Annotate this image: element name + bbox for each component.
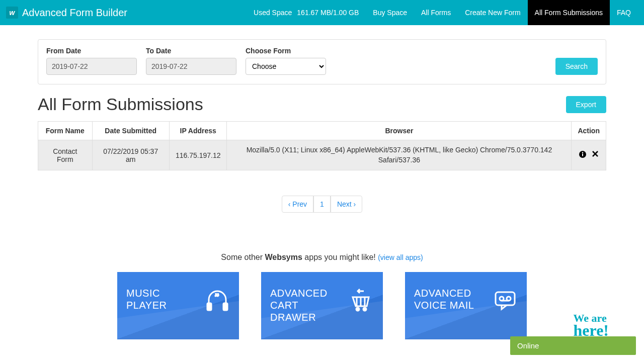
svg-rect-6	[223, 303, 227, 310]
nav-all-forms[interactable]: All Forms	[414, 0, 458, 25]
promo-card-music-player[interactable]: MUSICPLAYER ♪♪	[117, 272, 239, 339]
choose-form-select[interactable]: Choose	[246, 58, 326, 75]
cart-icon	[349, 287, 374, 312]
svg-rect-5	[207, 303, 211, 310]
svg-rect-13	[496, 292, 515, 305]
top-nav: w Advanced Form Builder Used Space 161.6…	[0, 0, 644, 25]
cell-browser: Mozilla/5.0 (X11; Linux x86_64) AppleWeb…	[227, 140, 572, 170]
page-1-button[interactable]: 1	[313, 196, 331, 213]
nav-create-new-form[interactable]: Create New Form	[458, 0, 527, 25]
svg-text:♪♪: ♪♪	[215, 293, 219, 297]
col-ip: IP Address	[169, 122, 227, 140]
col-action: Action	[572, 122, 606, 140]
choose-form-label: Choose Form	[246, 47, 326, 55]
search-button[interactable]: Search	[555, 58, 598, 75]
headphones-icon: ♪♪	[205, 287, 230, 312]
svg-rect-2	[582, 153, 583, 156]
from-date-label: From Date	[46, 47, 137, 55]
used-space-value: 161.67 MB/1.00 GB	[292, 9, 359, 17]
col-form-name: Form Name	[38, 122, 93, 140]
cell-action	[572, 140, 606, 170]
view-all-apps-link[interactable]: (view all apps)	[378, 253, 423, 261]
filter-panel: From Date To Date Choose Form Choose Sea…	[38, 39, 606, 84]
voicemail-icon	[493, 287, 518, 312]
nav-all-submissions[interactable]: All Form Submissions	[528, 0, 610, 25]
card-title: ADVANCEDVOICE MAIL	[414, 287, 474, 311]
promo-card-voice-mail[interactable]: ADVANCEDVOICE MAIL	[405, 272, 527, 339]
table-header-row: Form Name Date Submitted IP Address Brow…	[38, 122, 606, 140]
nav-buy-space[interactable]: Buy Space	[366, 0, 414, 25]
to-date-input[interactable]	[146, 58, 236, 75]
svg-point-11	[356, 308, 359, 311]
table-row: Contact Form 07/22/2019 05:37 am 116.75.…	[38, 140, 606, 170]
cell-date: 07/22/2019 05:37 am	[92, 140, 169, 170]
svg-point-12	[363, 308, 366, 311]
promo-card-cart-drawer[interactable]: ADVANCEDCARTDRAWER	[261, 272, 383, 339]
to-date-label: To Date	[146, 47, 236, 55]
cell-form-name: Contact Form	[38, 140, 93, 170]
col-date-submitted: Date Submitted	[92, 122, 169, 140]
submissions-table: Form Name Date Submitted IP Address Brow…	[38, 121, 606, 170]
page-title: All Form Submissions	[38, 95, 203, 114]
promo-cards: MUSICPLAYER ♪♪ ADVANCEDCARTDRAWER ADVANC…	[38, 272, 606, 339]
card-title: MUSICPLAYER	[126, 287, 167, 311]
cell-ip: 116.75.197.12	[169, 140, 227, 170]
nav-faq[interactable]: FAQ	[610, 0, 638, 25]
chat-online-bar[interactable]: Online	[510, 336, 636, 339]
col-browser: Browser	[227, 122, 572, 140]
export-button[interactable]: Export	[566, 96, 606, 113]
brand[interactable]: w Advanced Form Builder	[6, 7, 127, 19]
nav-links: Used Space 161.67 MB/1.00 GB Buy Space A…	[247, 0, 638, 25]
pagination: ‹ Prev 1 Next ›	[38, 196, 606, 213]
card-title: ADVANCEDCARTDRAWER	[270, 287, 328, 323]
info-icon[interactable]	[579, 150, 587, 160]
promo-text: Some other Websyms apps you might like! …	[38, 253, 606, 262]
svg-point-1	[582, 152, 583, 153]
brand-logo-icon: w	[6, 7, 18, 19]
from-date-input[interactable]	[46, 58, 137, 75]
brand-title: Advanced Form Builder	[22, 7, 127, 19]
nav-used-space: Used Space 161.67 MB/1.00 GB	[247, 0, 366, 25]
delete-icon[interactable]	[592, 150, 599, 160]
prev-button[interactable]: ‹ Prev	[282, 196, 313, 213]
next-button[interactable]: Next ›	[331, 196, 362, 213]
